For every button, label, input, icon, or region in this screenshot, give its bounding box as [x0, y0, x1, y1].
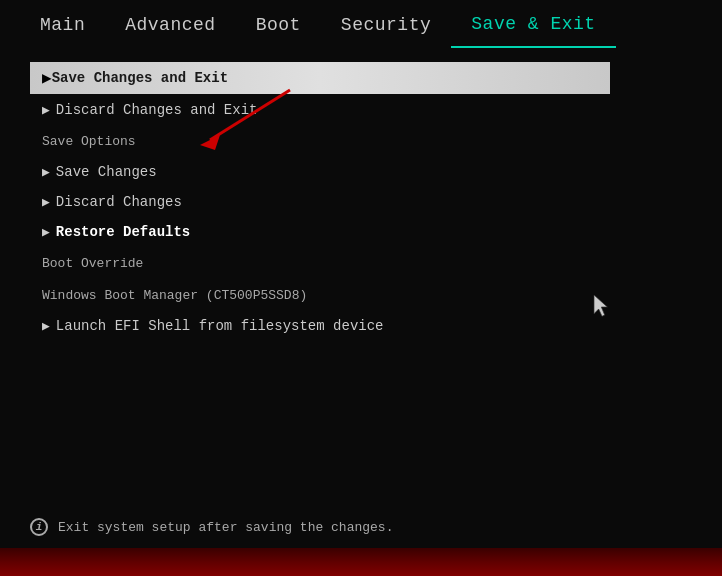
nav-item-boot[interactable]: Boot [236, 3, 321, 47]
restore-defaults-label: Restore Defaults [56, 224, 190, 240]
boot-override-label: Boot Override [42, 256, 143, 271]
nav-item-save-exit[interactable]: Save & Exit [451, 2, 615, 48]
arrow-icon-discard-exit: ▶ [42, 102, 50, 118]
section-label-boot-override: Boot Override [30, 248, 692, 278]
selected-item-label: Save Changes and Exit [52, 70, 228, 86]
arrow-icon-efi-shell: ▶ [42, 318, 50, 334]
menu-item-restore-defaults[interactable]: ▶ Restore Defaults [30, 218, 692, 246]
nav-bar: Main Advanced Boot Security Save & Exit [0, 0, 722, 50]
discard-changes-label: Discard Changes [56, 194, 182, 210]
menu-item-discard-changes[interactable]: ▶ Discard Changes [30, 188, 692, 216]
efi-shell-label: Launch EFI Shell from filesystem device [56, 318, 384, 334]
info-icon [30, 518, 48, 536]
arrow-icon-discard-changes: ▶ [42, 194, 50, 210]
status-bar: Exit system setup after saving the chang… [30, 518, 393, 536]
menu-item-discard-exit[interactable]: ▶ Discard Changes and Exit [30, 96, 692, 124]
discard-exit-label: Discard Changes and Exit [56, 102, 258, 118]
windows-boot-label: Windows Boot Manager (CT500P5SSD8) [42, 288, 307, 303]
selected-menu-item[interactable]: ▶ Save Changes and Exit [30, 62, 610, 94]
save-changes-label: Save Changes [56, 164, 157, 180]
nav-item-main[interactable]: Main [20, 3, 105, 47]
nav-item-security[interactable]: Security [321, 3, 451, 47]
nav-item-advanced[interactable]: Advanced [105, 3, 235, 47]
status-text: Exit system setup after saving the chang… [58, 520, 393, 535]
menu-item-windows-boot[interactable]: Windows Boot Manager (CT500P5SSD8) [30, 280, 692, 310]
menu-item-save-changes[interactable]: ▶ Save Changes [30, 158, 692, 186]
selected-arrow-icon: ▶ [42, 68, 52, 88]
menu-item-efi-shell[interactable]: ▶ Launch EFI Shell from filesystem devic… [30, 312, 692, 340]
section-label-save-options: Save Options [30, 126, 692, 156]
bottom-decorative-bar [0, 548, 722, 576]
arrow-icon-save-changes: ▶ [42, 164, 50, 180]
save-options-label: Save Options [42, 134, 136, 149]
content-area: ▶ Save Changes and Exit ▶ Discard Change… [0, 50, 722, 352]
arrow-icon-restore-defaults: ▶ [42, 224, 50, 240]
